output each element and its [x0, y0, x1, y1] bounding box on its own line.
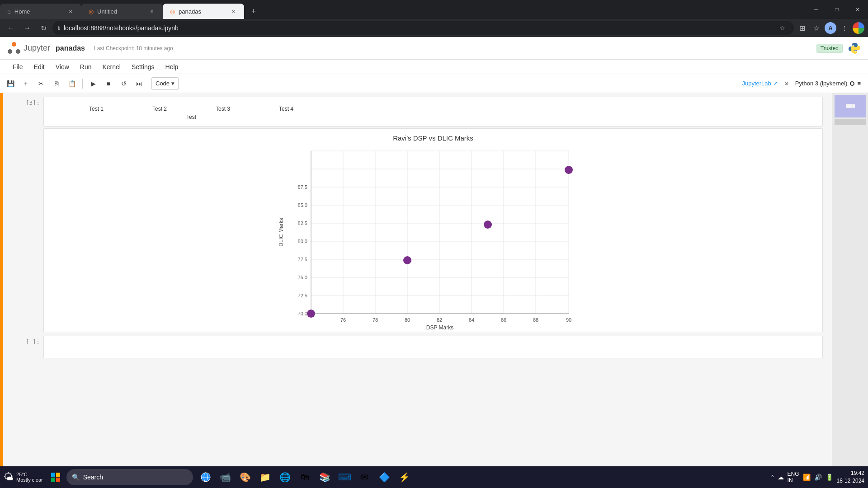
- minimize-button[interactable]: ─: [806, 0, 826, 19]
- edge-icon-taskbar[interactable]: 🌐: [276, 468, 294, 486]
- jupyter-brand: Jupyter: [24, 43, 50, 53]
- extensions-icon[interactable]: ⊞: [796, 22, 808, 34]
- date-text: 18-12-2024: [837, 477, 864, 485]
- maximize-button[interactable]: □: [826, 0, 847, 19]
- wifi-icon[interactable]: 📶: [803, 474, 811, 481]
- settings-icon[interactable]: ⋮: [838, 22, 851, 34]
- restart-run-button[interactable]: ⏭: [132, 77, 146, 90]
- battery-icon[interactable]: 🔋: [826, 474, 833, 481]
- save-button[interactable]: 💾: [4, 77, 17, 90]
- search-label: Search: [83, 474, 103, 481]
- mail-icon-taskbar[interactable]: ✉: [356, 468, 374, 486]
- tab-panadas[interactable]: ◎ panadas ✕: [163, 4, 244, 19]
- tab-home-close[interactable]: ✕: [67, 8, 74, 15]
- bar-x-label: Test: [186, 114, 197, 120]
- svg-text:75.0: 75.0: [298, 275, 307, 280]
- taskbar: 🌤 25°C Mostly clear 🔍 Search 📹 🎨 📁 🌐 🛍 📚…: [0, 466, 868, 488]
- run-button[interactable]: ▶: [86, 77, 100, 90]
- menu-run[interactable]: Run: [75, 61, 97, 72]
- show-hidden-icons[interactable]: ^: [771, 474, 774, 480]
- forward-button[interactable]: →: [20, 21, 34, 35]
- tab-panadas-label: panadas: [179, 8, 226, 15]
- globe-icon-taskbar[interactable]: [197, 468, 215, 486]
- tab-panadas-close[interactable]: ✕: [230, 8, 237, 15]
- taskbar-pinned-icons: 📹 🎨 📁 🌐 🛍 📚 ⌨ ✉ 🔷 ⚡: [197, 468, 414, 486]
- svg-point-2: [16, 49, 20, 54]
- svg-point-3: [853, 45, 854, 46]
- system-tray: ^ ☁ ENG IN 📶 🔊 🔋 19:42 18-12-2024: [771, 469, 864, 485]
- svg-text:82: 82: [437, 317, 442, 323]
- scatter-dot-4: [565, 166, 573, 174]
- book-icon-taskbar[interactable]: 📚: [316, 468, 334, 486]
- weather-temp: 25°C: [16, 472, 43, 477]
- minimap-cell-1: ▉▉▉▉: [835, 95, 866, 117]
- svg-text:80: 80: [405, 317, 410, 323]
- volume-icon[interactable]: 🔊: [814, 474, 822, 481]
- jupyter-menubar: File Edit View Run Kernel Settings Help: [0, 60, 868, 74]
- jupyter-toolbar: 💾 + ✂ ⎘ 📋 ▶ ■ ↺ ⏭ Code ▾ JupyterLab ↗ ⊙ …: [0, 74, 868, 93]
- meet-icon-taskbar[interactable]: 📹: [217, 468, 235, 486]
- reload-button[interactable]: ↻: [36, 21, 51, 35]
- empty-cell[interactable]: [ ]:: [12, 336, 823, 358]
- menu-kernel[interactable]: Kernel: [97, 61, 126, 72]
- svg-rect-46: [51, 478, 55, 482]
- cell-type-selector[interactable]: Code ▾: [151, 77, 179, 90]
- menu-view[interactable]: View: [50, 61, 75, 72]
- vscode-icon-taskbar[interactable]: 🔷: [376, 468, 394, 486]
- svg-text:78: 78: [373, 317, 378, 323]
- terminal-icon-taskbar[interactable]: ⚡: [396, 468, 414, 486]
- profile-button[interactable]: A: [825, 22, 836, 34]
- restart-button[interactable]: ↺: [117, 77, 131, 90]
- svg-text:90: 90: [566, 317, 571, 323]
- empty-cell-content[interactable]: [43, 336, 823, 358]
- tab-untitled-close[interactable]: ✕: [148, 8, 156, 15]
- start-button[interactable]: [47, 468, 65, 486]
- taskbar-search-box[interactable]: 🔍 Search: [66, 469, 193, 485]
- paste-button[interactable]: 📋: [65, 77, 79, 90]
- store-icon-taskbar[interactable]: 🛍: [296, 468, 314, 486]
- clock-display[interactable]: 19:42 18-12-2024: [837, 469, 864, 485]
- cell-marker-1: [3]:: [12, 97, 43, 127]
- new-tab-button[interactable]: +: [246, 4, 261, 19]
- cloud-icon[interactable]: ☁: [778, 474, 784, 481]
- close-button[interactable]: ✕: [847, 0, 868, 19]
- favorites-icon[interactable]: ☆: [810, 22, 823, 34]
- copy-button[interactable]: ⎘: [50, 77, 63, 90]
- add-cell-button[interactable]: +: [19, 77, 33, 90]
- svg-text:85.0: 85.0: [298, 202, 307, 208]
- back-button[interactable]: ←: [4, 21, 18, 35]
- notebook-scroll-area[interactable]: [3]: Test 1 Test 2 Test 3 Test 4 Test: [3, 93, 832, 488]
- time-text: 19:42: [837, 469, 864, 477]
- lang-region: ENG IN: [788, 471, 799, 483]
- kernelcheck-button[interactable]: ⊙: [780, 77, 793, 90]
- kernel-status: Python 3 (ipykernel) ≡: [795, 80, 861, 87]
- panadas-tab-icon: ◎: [170, 8, 175, 15]
- tab-untitled[interactable]: ◎ Untitled ✕: [81, 4, 163, 19]
- chrome-logo: [853, 22, 864, 34]
- home-tab-icon: ⌂: [7, 8, 11, 15]
- jupyterlab-link[interactable]: JupyterLab ↗: [742, 80, 778, 87]
- kernel-name: Python 3 (ipykernel): [795, 80, 848, 87]
- cut-button[interactable]: ✂: [34, 77, 48, 90]
- jupyter-header: Jupyter panadas Last Checkpoint: 18 minu…: [0, 37, 868, 60]
- x-tick-test3: Test 3: [216, 106, 230, 112]
- weather-desc: Mostly clear: [16, 477, 43, 483]
- jupyter-logo: Jupyter: [7, 42, 50, 55]
- menu-edit[interactable]: Edit: [28, 61, 50, 72]
- menu-help[interactable]: Help: [160, 61, 184, 72]
- address-bar[interactable]: ℹ localhost:8888/notebooks/panadas.ipynb…: [52, 21, 794, 35]
- folder-icon-taskbar[interactable]: 📁: [256, 468, 274, 486]
- scatter-plot-output: Ravi's DSP vs DLIC Marks: [43, 128, 823, 332]
- bar-chart-top-svg: Test 1 Test 2 Test 3 Test 4 Test: [51, 102, 359, 120]
- lang-label: ENG: [788, 471, 799, 477]
- menu-settings[interactable]: Settings: [126, 61, 160, 72]
- tab-home[interactable]: ⌂ Home ✕: [0, 4, 81, 19]
- notebook-name[interactable]: panadas: [56, 44, 85, 52]
- menu-file[interactable]: File: [7, 61, 28, 72]
- paint-icon-taskbar[interactable]: 🎨: [236, 468, 255, 486]
- bookmark-icon[interactable]: ☆: [776, 22, 788, 34]
- dev-icon-taskbar[interactable]: ⌨: [336, 468, 354, 486]
- interrupt-button[interactable]: ■: [102, 77, 115, 90]
- svg-text:86: 86: [501, 317, 506, 323]
- svg-text:87.5: 87.5: [298, 184, 307, 190]
